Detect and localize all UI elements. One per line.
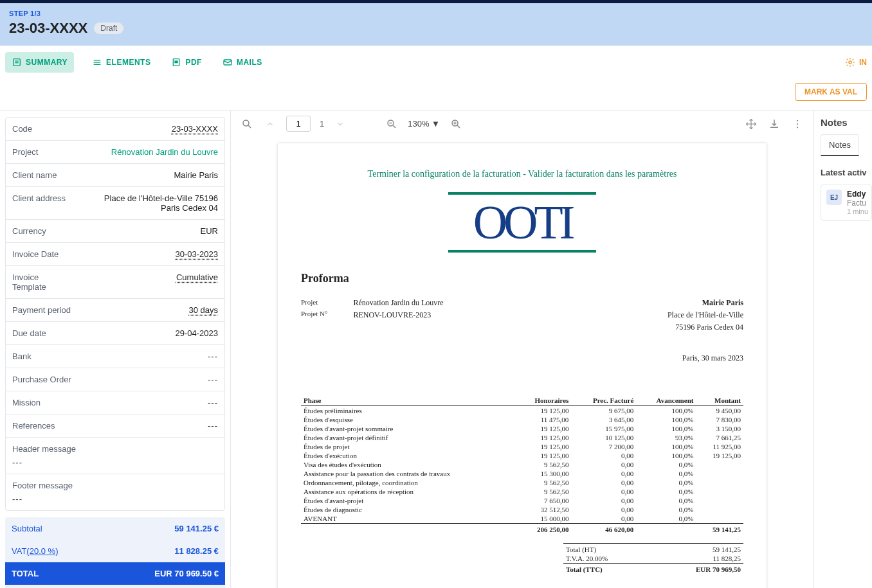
info-label: Mission — [12, 398, 41, 407]
svg-point-22 — [797, 120, 798, 121]
tab-elements-label: ELEMENTS — [106, 58, 150, 67]
tab-pdf-label: PDF — [185, 58, 202, 67]
info-row-currency[interactable]: Currency EUR — [6, 220, 224, 243]
totals-value: EUR 70 969.50 € — [154, 569, 219, 578]
info-value: --- — [12, 494, 23, 504]
gear-icon — [845, 57, 855, 67]
activity-name: Eddy — [847, 190, 868, 199]
tab-mails[interactable]: MAILS — [220, 52, 265, 73]
info-row-purchase-order[interactable]: Purchase Order --- — [6, 368, 224, 391]
totals-row-total: TOTAL EUR 70 969.50 € — [5, 562, 225, 585]
page-input[interactable] — [286, 116, 311, 132]
tab-mails-label: MAILS — [237, 58, 262, 67]
tab-pdf[interactable]: PDF — [168, 52, 204, 73]
info-value: --- — [12, 458, 23, 467]
info-row-code[interactable]: Code 23-03-XXXX — [6, 118, 224, 141]
info-label: Purchase Order — [12, 375, 71, 384]
svg-point-9 — [849, 61, 851, 64]
tab-summary[interactable]: SUMMARY — [5, 52, 74, 73]
totals-value: 59 141.25 € — [174, 524, 219, 533]
search-icon[interactable] — [240, 117, 254, 131]
tab-elements[interactable]: ELEMENTS — [89, 52, 153, 73]
info-table: Code 23-03-XXXX Project Rénovation Jardi… — [5, 117, 225, 511]
move-icon[interactable] — [744, 117, 758, 131]
svg-point-23 — [797, 123, 798, 124]
info-value: EUR — [201, 226, 218, 236]
totals-value: 11 828.25 € — [174, 546, 219, 556]
chevron-down-icon[interactable] — [333, 117, 347, 131]
left-panel: Code 23-03-XXXX Project Rénovation Jardi… — [0, 111, 230, 588]
status-badge: Draft — [94, 22, 123, 34]
info-label: Code — [12, 124, 32, 134]
info-label: Invoice Date — [12, 249, 59, 259]
info-row-project[interactable]: Project Rénovation Jardin du Louvre — [6, 141, 224, 164]
info-value: 23-03-XXXX — [172, 124, 218, 134]
mail-icon — [223, 57, 233, 67]
totals-label: TOTAL — [12, 569, 39, 578]
info-label: Currency — [12, 226, 46, 236]
activity-heading: Latest activ — [821, 168, 872, 177]
zoom-in-icon[interactable] — [449, 117, 463, 131]
info-value: Mairie Paris — [174, 170, 218, 180]
info-row-client-name[interactable]: Client name Mairie Paris — [6, 164, 224, 187]
download-icon[interactable] — [767, 117, 781, 131]
totals-label: VAT(20.0 %) — [12, 546, 59, 556]
info-label: Header message — [12, 444, 218, 454]
svg-point-13 — [243, 120, 249, 126]
center-panel: 1 130% ▼ Terminer la configuration de la… — [230, 111, 814, 588]
info-value: --- — [208, 421, 218, 431]
info-label: Project — [12, 147, 38, 157]
pdf-page: Terminer la configuration de la facturat… — [278, 143, 767, 588]
info-row-due-date[interactable]: Due date 29-04-2023 — [6, 322, 224, 345]
svg-point-24 — [797, 127, 798, 128]
info-value: 29-04-2023 — [176, 328, 219, 338]
title-row: 23-03-XXXX Draft — [9, 20, 863, 37]
info-row-invoice-date[interactable]: Invoice Date 30-03-2023 — [6, 243, 224, 266]
info-label: Client address — [12, 193, 66, 213]
chevron-up-icon[interactable] — [263, 117, 277, 131]
page-title: 23-03-XXXX — [9, 20, 87, 37]
info-row-footer-message[interactable]: Footer message --- — [6, 474, 224, 510]
info-value: 30 days — [188, 305, 218, 315]
doc-type-heading: Proforma — [301, 272, 743, 285]
zoom-level[interactable]: 130% ▼ — [408, 119, 440, 129]
totals-row-subtotal: Subtotal 59 141.25 € — [5, 517, 225, 540]
info-label: Payment period — [12, 305, 71, 315]
info-label: Bank — [12, 352, 32, 361]
activity-time: 1 minu — [847, 208, 868, 215]
info-row-bank[interactable]: Bank --- — [6, 345, 224, 368]
invoice-settings-button[interactable]: IN — [845, 57, 867, 67]
info-label: Invoice Template — [12, 272, 64, 292]
pdf-canvas[interactable]: Terminer la configuration de la facturat… — [231, 137, 813, 588]
info-row-mission[interactable]: Mission --- — [6, 391, 224, 414]
pdf-totals: Total (HT)59 141,25 T.V.A. 20.00%11 828,… — [563, 543, 743, 574]
info-row-payment-period[interactable]: Payment period 30 days — [6, 299, 224, 322]
pdf-table: PhaseHonorairesPrec. FacturéAvancementMo… — [301, 395, 743, 534]
info-row-invoice-template[interactable]: Invoice Template Cumulative — [6, 266, 224, 299]
pdf-date: Paris, 30 mars 2023 — [301, 353, 743, 363]
avatar: EJ — [826, 190, 842, 205]
more-icon[interactable] — [790, 117, 804, 131]
info-row-client-address[interactable]: Client address Place de l'Hôtel-de-Ville… — [6, 187, 224, 220]
activity-desc: Factu — [847, 199, 868, 208]
info-label: References — [12, 421, 55, 431]
info-value: 30-03-2023 — [176, 249, 219, 259]
activity-card[interactable]: EJ Eddy Factu 1 minu — [821, 184, 872, 221]
info-value: Cumulative — [176, 272, 218, 292]
notes-heading: Notes — [821, 117, 872, 128]
invoice-settings-label: IN — [859, 58, 867, 67]
right-panel: Notes Notes Latest activ EJ Eddy Factu 1… — [814, 111, 872, 588]
mark-as-validated-button[interactable]: MARK AS VAL — [795, 83, 867, 101]
page-total: 1 — [320, 119, 324, 129]
info-row-references[interactable]: References --- — [6, 414, 224, 438]
totals-row-balance: Balance EUR 70 969.50 € — [5, 585, 225, 588]
logo: OOTI — [301, 192, 743, 253]
zoom-out-icon[interactable] — [385, 117, 399, 131]
notes-tab[interactable]: Notes — [821, 134, 859, 156]
info-value: Place de l'Hôtel-de-Ville 75196 Paris Ce… — [89, 193, 218, 213]
info-row-header-message[interactable]: Header message --- — [6, 438, 224, 474]
elements-icon — [92, 57, 102, 67]
logo-text: OOTI — [301, 199, 743, 246]
step-label: STEP 1/3 — [9, 10, 863, 17]
info-label: Client name — [12, 170, 57, 180]
